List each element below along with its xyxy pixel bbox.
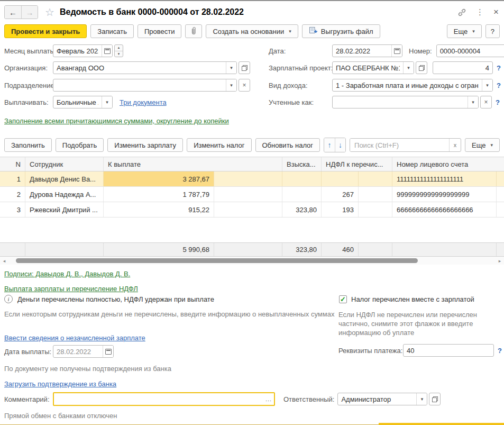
cell-tax[interactable]: 193 <box>322 202 359 217</box>
chevron-down-icon[interactable]: ▾ <box>226 79 236 91</box>
cell-withheld[interactable] <box>282 171 322 186</box>
month-input[interactable] <box>53 45 102 57</box>
scrollbar-thumb[interactable] <box>16 258 418 263</box>
fill-all-amounts-link[interactable]: Заполнение всеми причитающимися суммами,… <box>4 116 240 125</box>
comment-field[interactable]: ... <box>53 392 275 406</box>
cell-employee[interactable]: Ржевский Дмитрий ... <box>25 202 104 217</box>
table-more-button[interactable]: Еще ▾ <box>465 138 500 152</box>
cell-tax[interactable] <box>322 171 359 186</box>
scroll-right-icon[interactable]: ▸ <box>497 257 503 265</box>
chevron-down-icon[interactable]: ▾ <box>102 96 112 108</box>
accounted-as-field[interactable]: ▾ <box>332 96 479 108</box>
link-icon[interactable] <box>457 8 466 17</box>
col-header-employee[interactable]: Сотрудник <box>25 157 104 171</box>
cell-empty[interactable] <box>214 187 282 202</box>
table-row[interactable]: 3 Ржевский Дмитрий ... 915,22 323,80 193… <box>0 202 504 218</box>
export-file-button[interactable]: Выгрузить файл <box>302 24 380 38</box>
month-stepper[interactable]: ▴ ▾ <box>114 44 123 57</box>
change-tax-button[interactable]: Изменить налог <box>187 138 251 152</box>
cell-account[interactable]: 11111111111111111111 <box>392 171 497 186</box>
cell-empty[interactable] <box>497 171 504 186</box>
chevron-down-icon[interactable]: ▾ <box>482 79 492 91</box>
kebab-menu-icon[interactable]: ⋮ <box>476 7 484 17</box>
cell-empty[interactable] <box>359 202 392 217</box>
salary-project-field[interactable]: ▾ <box>332 61 414 74</box>
search-clear-icon[interactable]: x <box>449 139 461 151</box>
update-tax-button[interactable]: Обновить налог <box>255 138 320 152</box>
cell-empty[interactable] <box>214 171 282 186</box>
cell-withheld[interactable]: 323,80 <box>282 202 322 217</box>
scroll-left-icon[interactable]: ◂ <box>1 257 7 265</box>
table-row[interactable]: 2 Дурова Надежда А... 1 787,79 267 99999… <box>0 187 504 202</box>
help-question-icon[interactable]: ? <box>497 82 501 89</box>
project-number-field[interactable] <box>433 61 493 74</box>
forward-button[interactable]: → <box>21 6 38 19</box>
attachments-button[interactable] <box>185 24 202 38</box>
comment-ellipsis-button[interactable]: ... <box>263 396 274 402</box>
organization-open-icon[interactable] <box>239 61 250 74</box>
number-field[interactable] <box>436 44 504 57</box>
table-row[interactable]: 1 Давыдов Денис Ва... 3 287,67 111111111… <box>0 171 504 187</box>
pay-out-input[interactable] <box>53 96 102 108</box>
cell-empty[interactable] <box>359 171 392 186</box>
calendar-icon[interactable] <box>102 45 112 57</box>
cell-empty[interactable] <box>497 187 504 202</box>
chevron-down-icon[interactable]: ▾ <box>226 62 236 74</box>
col-header-n[interactable]: N <box>0 157 25 171</box>
close-icon[interactable]: × <box>493 7 499 17</box>
organization-input[interactable] <box>53 62 226 74</box>
income-kind-input[interactable] <box>333 79 482 91</box>
cell-account[interactable]: 66666666666666666666 <box>392 202 497 217</box>
department-input[interactable] <box>53 79 226 91</box>
help-question-icon[interactable]: ? <box>496 98 500 106</box>
accounted-as-clear-icon[interactable]: × <box>480 96 492 108</box>
cell-tax[interactable]: 267 <box>322 187 359 202</box>
cell-payable[interactable]: 3 287,67 <box>104 171 214 186</box>
cell-payable[interactable]: 1 787,79 <box>104 187 214 202</box>
salary-project-open-icon[interactable] <box>416 61 427 74</box>
cell-n[interactable]: 1 <box>0 171 25 186</box>
chevron-down-icon[interactable]: ▾ <box>468 96 478 108</box>
calendar-icon[interactable] <box>103 346 113 357</box>
change-salary-button[interactable]: Изменить зарплату <box>107 138 183 152</box>
calendar-icon[interactable] <box>391 45 402 57</box>
income-kind-field[interactable]: ▾ <box>332 79 493 92</box>
search-input[interactable] <box>350 139 449 151</box>
department-field[interactable]: ▾ <box>53 79 237 92</box>
project-number-input[interactable] <box>433 62 492 74</box>
responsible-field[interactable]: ▾ <box>337 393 427 405</box>
post-and-close-button[interactable]: Провести и закрыть <box>4 24 87 38</box>
create-based-on-button[interactable]: Создать на основании ▾ <box>206 24 298 38</box>
payout-section-link[interactable]: Выплата зарплаты и перечисление НДФЛ <box>4 285 138 293</box>
cell-empty[interactable] <box>214 202 282 217</box>
pay-date-input[interactable] <box>53 346 103 357</box>
signatures-link[interactable]: Подписи: Давыдов Д. В., Давыдов Д. В. <box>4 270 130 278</box>
comment-input[interactable] <box>54 393 263 405</box>
cell-payable[interactable]: 915,22 <box>104 202 214 217</box>
cell-employee[interactable]: Дурова Надежда А... <box>25 187 104 202</box>
post-button[interactable]: Провести <box>138 24 182 38</box>
date-field[interactable] <box>332 44 402 57</box>
payment-details-input[interactable] <box>404 345 493 356</box>
department-clear-icon[interactable]: × <box>239 79 250 92</box>
back-button[interactable]: ← <box>5 6 21 19</box>
spin-up-icon[interactable]: ▴ <box>115 45 123 51</box>
pick-button[interactable]: Подобрать <box>56 138 104 152</box>
chevron-down-icon[interactable]: ▾ <box>403 62 414 74</box>
table-header-row[interactable]: N Сотрудник К выплате Взыска... НДФЛ к п… <box>0 157 504 171</box>
responsible-open-icon[interactable] <box>429 393 441 405</box>
number-input[interactable] <box>437 45 504 57</box>
cell-employee[interactable]: Давыдов Денис Ва... <box>25 171 104 186</box>
favorite-star-icon[interactable]: ☆ <box>45 7 54 17</box>
fill-button[interactable]: Заполнить <box>4 138 52 152</box>
pay-out-field[interactable]: ▾ <box>53 96 113 108</box>
salary-project-input[interactable] <box>333 62 403 74</box>
help-question-icon[interactable]: ? <box>498 347 502 355</box>
horizontal-scrollbar[interactable]: ◂ ▸ <box>0 257 504 265</box>
load-confirmation-link[interactable]: Загрузить подтверждение из банка <box>4 380 116 388</box>
col-header-payable[interactable]: К выплате <box>104 157 282 171</box>
date-input[interactable] <box>333 45 391 57</box>
spin-down-icon[interactable]: ▾ <box>115 51 123 57</box>
pay-date-field[interactable] <box>53 345 114 358</box>
col-header-account[interactable]: Номер лицевого счета <box>392 157 504 171</box>
